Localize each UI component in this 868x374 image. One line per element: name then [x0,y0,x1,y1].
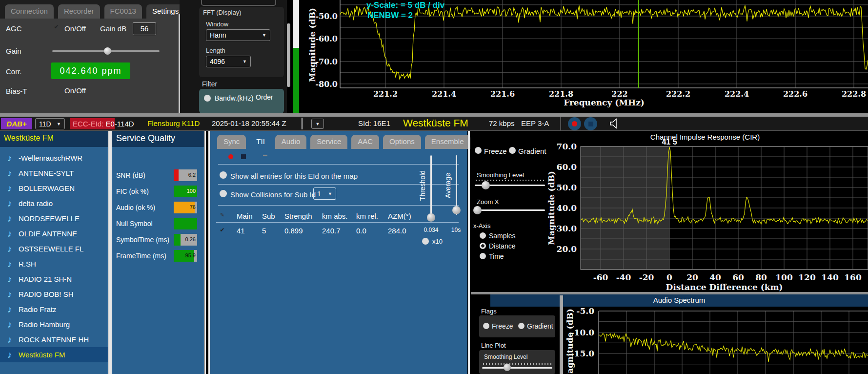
tab-service[interactable]: Service [310,135,347,149]
dab-application-window: ConnectionRecorderFC0013Settings AGC On/… [0,0,868,374]
fft-display-groupbox: FFT (Display) Window Hann▼ Length 4096▼ [199,7,284,77]
stop-square-icon[interactable] [241,154,246,159]
sq-row-value: 76 [190,204,196,210]
sq-row-bar: 76 [174,202,197,213]
svg-text:222.6: 222.6 [783,89,807,99]
gain-db-value[interactable]: 56 [133,22,156,35]
station-item[interactable]: ♪delta radio [0,196,108,211]
station-item[interactable]: ♪R.SH [0,256,108,271]
sq-row-bar: 6.2 [174,169,197,181]
sq-row-bar: 0.26 [174,234,197,246]
cir-smoothing-label: Smoothing Level [477,171,524,179]
xaxis-radio-samples[interactable] [480,232,486,239]
tab-recorder[interactable]: Recorder [58,4,100,19]
average-value: 10s [445,227,467,233]
gain-db-label: Gain dB [100,24,126,33]
svg-text:-20: -20 [639,272,654,282]
audio-smoothing-handle[interactable] [504,364,511,371]
speaker-icon[interactable] [609,118,622,129]
x10-label: x10 [432,238,443,245]
svg-text:40.0: 40.0 [557,203,577,213]
record-button[interactable] [568,117,581,130]
chevron-down-icon: ▼ [316,122,320,126]
station-item[interactable]: ♪RADIO 21 SH-N [0,271,108,287]
station-item[interactable]: ♪Radio Hamburg [0,317,108,332]
threshold-slider-track[interactable] [430,155,432,221]
tab-options[interactable]: Options [383,135,421,149]
protection-level: EEP 3-A [521,119,549,127]
tab-audio[interactable]: Audio [275,135,306,149]
sub-id-combobox[interactable]: 1▼ [313,187,336,200]
channel-combobox[interactable]: 11D▼ [35,118,65,129]
station-item[interactable]: ♪Radio Fratz [0,302,108,317]
record-dot-icon[interactable] [228,154,233,159]
ecc-eid-field: ECC-EId: E0-114D [70,118,134,129]
station-item[interactable]: ♪BOLLERWAGEN [0,181,108,196]
table-header-cell: Main [237,212,253,220]
music-note-icon: ♪ [1,153,19,164]
cir-zoomx-label: Zoom X [477,198,499,206]
tab-sync[interactable]: Sync [217,135,246,149]
music-note-icon: ♪ [1,304,19,315]
station-item[interactable]: ♪ROCK ANTENNE HH [0,332,108,347]
bandwidth-radio[interactable] [204,95,211,102]
music-note-icon: ♪ [1,334,19,345]
svg-text:70.0: 70.0 [557,142,577,151]
service-list-panel: Westküste FM ♪-WellenrauschRWR♪ANTENNE-S… [0,131,108,374]
svg-text:41 5: 41 5 [662,138,677,146]
cir-freeze-radio[interactable] [475,147,482,154]
cir-zoomx-handle[interactable] [473,206,482,214]
x10-radio[interactable] [422,238,429,245]
window-combobox[interactable]: Hann▼ [206,29,270,41]
service-list-header: Westküste FM [0,131,108,147]
table-cell: 0.899 [284,227,303,235]
service-quality-title: Service Quality [116,133,175,144]
station-item[interactable]: ♪OLDIE ANTENNE [0,226,108,241]
cir-gradient-radio[interactable] [509,147,516,154]
xaxis-radio-time[interactable] [480,253,486,259]
audio-gradient-radio[interactable] [518,323,525,329]
sq-row-value: 6.2 [188,172,196,178]
stop-button[interactable] [584,117,597,130]
gain-slider-handle[interactable] [104,47,111,55]
ensemble-name: Flensburg K11D [147,119,200,127]
tab-ensemble[interactable]: Ensemble [425,135,470,149]
audio-spectrum-plot: -5.0-10.0-15.0Magnitude (dB) [566,307,868,374]
bitrate: 72 kbps [489,119,515,127]
show-collisions-radio[interactable] [220,190,227,197]
service-dropdown-button[interactable]: ▼ [311,119,324,129]
svg-text:221.6: 221.6 [490,89,515,99]
agc-label: AGC [6,24,22,33]
cir-smoothing-handle[interactable] [482,181,490,189]
audio-freeze-radio[interactable] [483,323,489,329]
station-item[interactable]: ♪Westküste FM [0,347,108,362]
show-all-entries-radio[interactable] [220,171,227,179]
tab-tii[interactable]: TII [250,135,271,149]
scrollbar[interactable] [560,295,563,374]
audio-smoothing-track[interactable] [482,367,552,369]
table-cell: 240.7 [322,227,341,235]
cir-zoomx-track[interactable] [475,209,545,211]
svg-text:80: 80 [755,272,767,282]
xaxis-option-label: Samples [489,232,515,240]
threshold-slider-handle[interactable] [427,213,435,222]
station-item[interactable]: ♪ANTENNE-SYLT [0,166,108,181]
average-slider-handle[interactable] [452,206,461,214]
music-note-icon: ♪ [1,319,19,330]
cir-freeze-label: Freeze [484,147,507,155]
station-item[interactable]: ♪OSTSEEWELLE FL [0,241,108,256]
audio-freeze-label: Freeze [492,322,513,330]
tab-connection[interactable]: Connection [5,4,54,19]
scrollbar[interactable] [287,23,290,87]
xaxis-radio-distance[interactable] [480,243,486,249]
datetime: 2025-01-18 20:55:44 Z [212,119,286,127]
tab-fc0013[interactable]: FC0013 [104,4,142,19]
tab-aac[interactable]: AAC [351,135,379,149]
chevron-down-icon: ▼ [57,122,61,126]
station-item[interactable]: ♪RADIO BOB! SH [0,287,108,302]
length-combobox[interactable]: 4096▼ [206,56,251,67]
tii-panel: SyncTIIAudioServiceAACOptionsEnsemble Sh… [210,131,467,374]
station-item[interactable]: ♪NORDSEEWELLE [0,211,108,226]
station-item[interactable]: ♪-WellenrauschRWR [0,150,108,166]
sq-row-label: SNR (dB) [116,171,145,179]
